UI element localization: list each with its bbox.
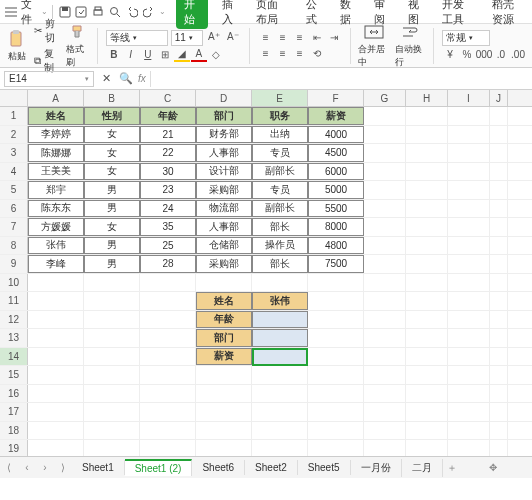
shrink-font-icon[interactable]: A⁻ bbox=[225, 30, 241, 44]
wrap-button[interactable]: 自动换行 bbox=[395, 22, 425, 69]
merge-button[interactable]: 合并居中 bbox=[358, 22, 388, 69]
cell[interactable] bbox=[490, 107, 508, 125]
sheet-tab-m1[interactable]: 一月份 bbox=[351, 459, 402, 477]
cell[interactable] bbox=[406, 403, 448, 421]
undo-icon[interactable] bbox=[125, 3, 140, 21]
bold-icon[interactable]: B bbox=[106, 48, 122, 62]
cell[interactable] bbox=[308, 311, 364, 329]
cell[interactable] bbox=[448, 440, 490, 458]
cell[interactable]: 6000 bbox=[308, 163, 364, 181]
cell[interactable]: 24 bbox=[140, 200, 196, 218]
cell[interactable]: 薪资 bbox=[196, 348, 252, 366]
tab-data[interactable]: 数据 bbox=[336, 0, 360, 29]
cell[interactable] bbox=[364, 311, 406, 329]
currency-icon[interactable]: ¥ bbox=[442, 48, 458, 62]
row-head[interactable]: 5 bbox=[0, 181, 28, 199]
cell[interactable]: 张伟 bbox=[28, 237, 84, 255]
cell[interactable] bbox=[84, 440, 140, 458]
cell[interactable] bbox=[364, 218, 406, 236]
align-bot-icon[interactable]: ≡ bbox=[292, 31, 308, 45]
prev-sheet-icon[interactable]: ‹ bbox=[18, 462, 36, 473]
cell[interactable] bbox=[84, 366, 140, 384]
row-head[interactable]: 18 bbox=[0, 422, 28, 440]
cell[interactable] bbox=[28, 311, 84, 329]
cell[interactable] bbox=[140, 292, 196, 310]
cell[interactable] bbox=[140, 311, 196, 329]
cell[interactable] bbox=[364, 163, 406, 181]
col-J[interactable]: J bbox=[490, 90, 508, 106]
cell[interactable] bbox=[28, 274, 84, 292]
row-head[interactable]: 15 bbox=[0, 366, 28, 384]
cell[interactable] bbox=[28, 366, 84, 384]
cell[interactable] bbox=[490, 422, 508, 440]
cell[interactable] bbox=[196, 385, 252, 403]
row-head[interactable]: 7 bbox=[0, 218, 28, 236]
first-sheet-icon[interactable]: ⟨ bbox=[0, 462, 18, 473]
cell[interactable] bbox=[308, 422, 364, 440]
cell[interactable] bbox=[364, 329, 406, 347]
fn-search-icon[interactable]: 🔍 bbox=[118, 72, 134, 86]
cell[interactable] bbox=[406, 385, 448, 403]
cell[interactable] bbox=[448, 403, 490, 421]
cell[interactable] bbox=[448, 126, 490, 144]
cell[interactable] bbox=[490, 255, 508, 273]
cell[interactable] bbox=[406, 366, 448, 384]
print-icon[interactable] bbox=[91, 3, 106, 21]
row-head[interactable]: 2 bbox=[0, 126, 28, 144]
cell[interactable] bbox=[196, 440, 252, 458]
cell[interactable] bbox=[490, 163, 508, 181]
cell[interactable] bbox=[364, 403, 406, 421]
tab-start[interactable]: 开始 bbox=[176, 0, 208, 29]
sheet-tab-1[interactable]: Sheet1 bbox=[72, 460, 125, 475]
cell[interactable] bbox=[308, 348, 364, 366]
cell[interactable]: 陈娜娜 bbox=[28, 144, 84, 162]
preview-icon[interactable] bbox=[108, 3, 123, 21]
cell[interactable] bbox=[28, 329, 84, 347]
cell[interactable]: 5500 bbox=[308, 200, 364, 218]
cell[interactable]: 部长 bbox=[252, 218, 308, 236]
col-G[interactable]: G bbox=[364, 90, 406, 106]
cell[interactable]: 22 bbox=[140, 144, 196, 162]
row-head[interactable]: 4 bbox=[0, 163, 28, 181]
cell[interactable] bbox=[490, 144, 508, 162]
cell[interactable] bbox=[406, 218, 448, 236]
cell[interactable]: 25 bbox=[140, 237, 196, 255]
sheet-tab-2[interactable]: Sheet2 bbox=[245, 460, 298, 475]
cut-icon[interactable]: ✂ bbox=[34, 25, 42, 36]
cell[interactable] bbox=[308, 385, 364, 403]
cell[interactable]: 8000 bbox=[308, 218, 364, 236]
cell[interactable] bbox=[140, 366, 196, 384]
redo-icon[interactable] bbox=[142, 3, 157, 21]
row-head[interactable]: 13 bbox=[0, 329, 28, 347]
cell[interactable]: 副部长 bbox=[252, 200, 308, 218]
cell[interactable]: 部门 bbox=[196, 107, 252, 125]
cell[interactable]: 李峰 bbox=[28, 255, 84, 273]
cell[interactable]: 部长 bbox=[252, 255, 308, 273]
cell[interactable] bbox=[490, 403, 508, 421]
cell[interactable] bbox=[140, 403, 196, 421]
cell[interactable]: 30 bbox=[140, 163, 196, 181]
paste-group[interactable]: 粘贴 bbox=[6, 29, 28, 63]
cell[interactable] bbox=[252, 385, 308, 403]
cell[interactable]: 部门 bbox=[196, 329, 252, 347]
cell[interactable]: 采购部 bbox=[196, 181, 252, 199]
cell[interactable] bbox=[448, 348, 490, 366]
cell[interactable] bbox=[490, 200, 508, 218]
row-head[interactable]: 17 bbox=[0, 403, 28, 421]
cell[interactable]: 5000 bbox=[308, 181, 364, 199]
cell[interactable]: 21 bbox=[140, 126, 196, 144]
cell[interactable] bbox=[252, 366, 308, 384]
cell[interactable] bbox=[406, 422, 448, 440]
orient-icon[interactable]: ⟲ bbox=[309, 47, 325, 61]
cell[interactable] bbox=[448, 163, 490, 181]
cell[interactable]: 35 bbox=[140, 218, 196, 236]
cell[interactable]: 性别 bbox=[84, 107, 140, 125]
formula-input[interactable] bbox=[150, 71, 528, 87]
cell[interactable]: 薪资 bbox=[308, 107, 364, 125]
cell[interactable]: 姓名 bbox=[28, 107, 84, 125]
font-select[interactable]: 等线▾ bbox=[106, 30, 168, 46]
comma-icon[interactable]: 000 bbox=[476, 48, 492, 62]
cell[interactable] bbox=[406, 440, 448, 458]
cell[interactable] bbox=[490, 348, 508, 366]
cell[interactable] bbox=[406, 237, 448, 255]
